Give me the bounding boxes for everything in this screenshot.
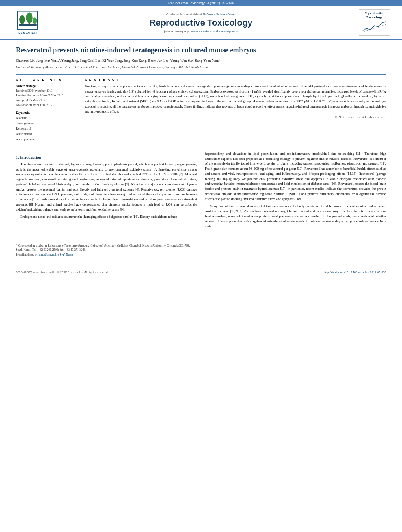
keyword-3: Resveratrol <box>16 126 79 132</box>
doi-link[interactable]: http://dx.doi.org/10.1016/j.reprotox.201… <box>324 271 386 274</box>
keyword-2: Teratogenesis <box>16 121 79 126</box>
keyword-5: Anti-apoptosis <box>16 137 79 142</box>
svg-point-5 <box>33 17 37 24</box>
affiliation-text: College of Veterinary Medicine and Resea… <box>16 65 208 69</box>
svg-rect-6 <box>34 24 35 26</box>
article-info-row: A R T I C L E I N F O Article history: R… <box>16 74 386 145</box>
journal-logo-right: ReproductiveToxicology <box>355 9 394 36</box>
bottom-bar: 0890-6238/$ – see front matter © 2012 El… <box>0 269 402 276</box>
elsevier-logo: ELSEVIER <box>16 11 39 35</box>
accepted: Accepted 25 May 2012 <box>16 98 79 103</box>
journal-citation: Reproductive Toxicology 34 (2012) 340–34… <box>168 1 234 5</box>
article-history-title: Article history: <box>16 84 79 88</box>
email-label: E-mail address: <box>16 253 34 256</box>
received2: Received in revised form 2 May 2012 <box>16 93 79 98</box>
article-authors: Chunmei Lin, Jung-Min Yon, A Young Jung,… <box>16 58 386 64</box>
rt-logo-title: ReproductiveToxicology <box>361 11 388 19</box>
elsevier-tree-icon <box>16 11 39 30</box>
keywords-list: Nicotine Teratogenesis Resveratrol Antio… <box>16 115 79 142</box>
col-right: hepatotoxicity and elevations in lipid p… <box>205 151 386 257</box>
article-affiliation: College of Veterinary Medicine and Resea… <box>16 65 386 70</box>
page-container: Reproductive Toxicology 34 (2012) 340–34… <box>0 0 402 276</box>
main-columns: 1. Introduction The uterine environment … <box>16 151 386 257</box>
keyword-1: Nicotine <box>16 115 79 121</box>
keywords-block: Keywords: Nicotine Teratogenesis Resvera… <box>16 111 79 142</box>
intro-para2: Endogenous tissue antioxidants counterac… <box>16 214 197 219</box>
svg-rect-4 <box>29 23 30 26</box>
email-link[interactable]: synamc@cnu.ac.kr (S.-Y. Nam). <box>35 253 73 256</box>
intro-para1: The uterine environment is relatively hy… <box>16 162 197 212</box>
footnote-corresponding: * Corresponding author at: Laboratory of… <box>16 243 197 252</box>
rt-logo-box: ReproductiveToxicology <box>359 9 390 36</box>
right-para2: Many animal studies have demonstrated th… <box>205 204 386 229</box>
svg-rect-0 <box>19 24 36 26</box>
keywords-title: Keywords: <box>16 111 79 115</box>
abstract-label: A B S T R A C T <box>85 78 386 82</box>
available: Available online 9 June 2012 <box>16 103 79 108</box>
article-body: Resveratrol prevents nicotine-induced te… <box>0 40 402 265</box>
svg-rect-2 <box>22 24 23 26</box>
keyword-4: Antioxidant <box>16 132 79 137</box>
received1: Received 30 November 2011 <box>16 89 79 93</box>
abstract-text: Nicotine, a major toxic component in tob… <box>85 84 386 114</box>
svg-point-1 <box>19 15 25 24</box>
elsevier-text: ELSEVIER <box>18 31 37 35</box>
right-para1: hepatotoxicity and elevations in lipid p… <box>205 151 386 202</box>
sciverse-link[interactable]: SciVerse ScienceDirect <box>203 13 236 16</box>
footnote-spacer <box>16 222 197 237</box>
article-info-label: A R T I C L E I N F O <box>16 78 79 82</box>
issn-text: 0890-6238/$ – see front matter © 2012 El… <box>16 271 109 274</box>
journal-topbar: Reproductive Toxicology 34 (2012) 340–34… <box>0 0 402 6</box>
journal-homepage: journal homepage: www.elsevier.com/locat… <box>51 30 351 33</box>
copyright-line: © 2012 Elsevier Inc. All rights reserved… <box>85 115 386 119</box>
footnote-email: E-mail address: synamc@cnu.ac.kr (S.-Y. … <box>16 252 197 257</box>
homepage-prefix: journal homepage: <box>164 30 190 33</box>
sciverse-line: Contents lists available at SciVerse Sci… <box>51 13 351 16</box>
svg-point-3 <box>26 13 32 23</box>
journal-center: Contents lists available at SciVerse Sci… <box>51 13 351 33</box>
article-abstract-area: A B S T R A C T Nicotine, a major toxic … <box>85 78 386 145</box>
footnote-area: * Corresponding author at: Laboratory of… <box>16 241 197 257</box>
article-info-left: A R T I C L E I N F O Article history: R… <box>16 78 79 145</box>
journal-header: ELSEVIER Contents lists available at Sci… <box>0 6 402 40</box>
elsevier-logo-area: ELSEVIER <box>8 11 47 35</box>
col-left: 1. Introduction The uterine environment … <box>16 151 197 257</box>
article-history-block: Article history: Received 30 November 20… <box>16 84 79 108</box>
intro-heading: 1. Introduction <box>16 155 197 159</box>
sciverse-prefix: Contents lists available at <box>166 13 202 16</box>
journal-title-header: Reproductive Toxicology <box>51 18 351 28</box>
article-title: Resveratrol prevents nicotine-induced te… <box>16 46 386 55</box>
rt-logo-graph-icon <box>361 20 388 33</box>
homepage-link[interactable]: www.elsevier.com/locate/reprotox <box>191 30 238 33</box>
